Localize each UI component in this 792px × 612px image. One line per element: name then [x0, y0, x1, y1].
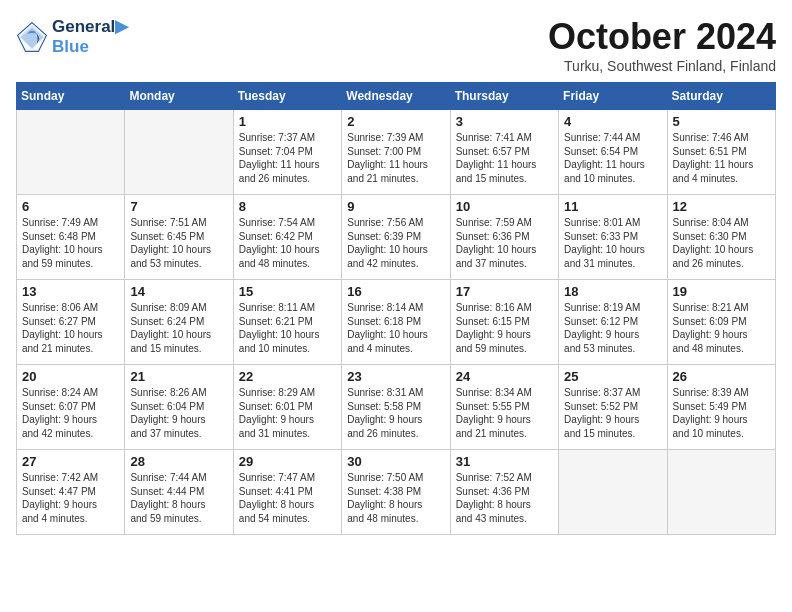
day-number: 3 — [456, 114, 553, 129]
day-content: Sunrise: 7:39 AM Sunset: 7:00 PM Dayligh… — [347, 131, 444, 185]
column-header-friday: Friday — [559, 83, 667, 110]
day-number: 17 — [456, 284, 553, 299]
calendar-cell: 22Sunrise: 8:29 AM Sunset: 6:01 PM Dayli… — [233, 365, 341, 450]
calendar-cell: 11Sunrise: 8:01 AM Sunset: 6:33 PM Dayli… — [559, 195, 667, 280]
day-content: Sunrise: 8:04 AM Sunset: 6:30 PM Dayligh… — [673, 216, 770, 270]
calendar-cell: 8Sunrise: 7:54 AM Sunset: 6:42 PM Daylig… — [233, 195, 341, 280]
logo-icon — [16, 21, 48, 53]
day-content: Sunrise: 7:42 AM Sunset: 4:47 PM Dayligh… — [22, 471, 119, 525]
day-content: Sunrise: 8:31 AM Sunset: 5:58 PM Dayligh… — [347, 386, 444, 440]
day-number: 8 — [239, 199, 336, 214]
month-title: October 2024 — [548, 16, 776, 58]
column-header-sunday: Sunday — [17, 83, 125, 110]
calendar-cell: 24Sunrise: 8:34 AM Sunset: 5:55 PM Dayli… — [450, 365, 558, 450]
calendar-cell: 10Sunrise: 7:59 AM Sunset: 6:36 PM Dayli… — [450, 195, 558, 280]
calendar-cell: 18Sunrise: 8:19 AM Sunset: 6:12 PM Dayli… — [559, 280, 667, 365]
day-content: Sunrise: 7:54 AM Sunset: 6:42 PM Dayligh… — [239, 216, 336, 270]
logo-text: General▶ Blue — [52, 16, 128, 57]
location: Turku, Southwest Finland, Finland — [548, 58, 776, 74]
calendar-cell: 30Sunrise: 7:50 AM Sunset: 4:38 PM Dayli… — [342, 450, 450, 535]
day-content: Sunrise: 7:44 AM Sunset: 6:54 PM Dayligh… — [564, 131, 661, 185]
calendar-cell: 19Sunrise: 8:21 AM Sunset: 6:09 PM Dayli… — [667, 280, 775, 365]
calendar-cell: 27Sunrise: 7:42 AM Sunset: 4:47 PM Dayli… — [17, 450, 125, 535]
calendar-cell: 3Sunrise: 7:41 AM Sunset: 6:57 PM Daylig… — [450, 110, 558, 195]
day-number: 6 — [22, 199, 119, 214]
calendar-cell — [125, 110, 233, 195]
day-content: Sunrise: 7:56 AM Sunset: 6:39 PM Dayligh… — [347, 216, 444, 270]
calendar-header-row: SundayMondayTuesdayWednesdayThursdayFrid… — [17, 83, 776, 110]
calendar-cell: 31Sunrise: 7:52 AM Sunset: 4:36 PM Dayli… — [450, 450, 558, 535]
day-content: Sunrise: 8:14 AM Sunset: 6:18 PM Dayligh… — [347, 301, 444, 355]
logo: General▶ Blue — [16, 16, 128, 57]
calendar-cell — [667, 450, 775, 535]
day-number: 7 — [130, 199, 227, 214]
day-content: Sunrise: 7:50 AM Sunset: 4:38 PM Dayligh… — [347, 471, 444, 525]
day-number: 10 — [456, 199, 553, 214]
calendar-cell: 17Sunrise: 8:16 AM Sunset: 6:15 PM Dayli… — [450, 280, 558, 365]
calendar-cell — [559, 450, 667, 535]
calendar-cell: 4Sunrise: 7:44 AM Sunset: 6:54 PM Daylig… — [559, 110, 667, 195]
column-header-thursday: Thursday — [450, 83, 558, 110]
day-number: 27 — [22, 454, 119, 469]
calendar-cell: 25Sunrise: 8:37 AM Sunset: 5:52 PM Dayli… — [559, 365, 667, 450]
calendar-cell: 21Sunrise: 8:26 AM Sunset: 6:04 PM Dayli… — [125, 365, 233, 450]
calendar-week-2: 6Sunrise: 7:49 AM Sunset: 6:48 PM Daylig… — [17, 195, 776, 280]
title-block: October 2024 Turku, Southwest Finland, F… — [548, 16, 776, 74]
day-content: Sunrise: 7:41 AM Sunset: 6:57 PM Dayligh… — [456, 131, 553, 185]
day-number: 19 — [673, 284, 770, 299]
day-content: Sunrise: 7:49 AM Sunset: 6:48 PM Dayligh… — [22, 216, 119, 270]
column-header-monday: Monday — [125, 83, 233, 110]
day-content: Sunrise: 8:21 AM Sunset: 6:09 PM Dayligh… — [673, 301, 770, 355]
calendar-week-5: 27Sunrise: 7:42 AM Sunset: 4:47 PM Dayli… — [17, 450, 776, 535]
day-number: 20 — [22, 369, 119, 384]
day-content: Sunrise: 7:37 AM Sunset: 7:04 PM Dayligh… — [239, 131, 336, 185]
calendar-cell: 16Sunrise: 8:14 AM Sunset: 6:18 PM Dayli… — [342, 280, 450, 365]
day-content: Sunrise: 7:47 AM Sunset: 4:41 PM Dayligh… — [239, 471, 336, 525]
calendar-cell: 26Sunrise: 8:39 AM Sunset: 5:49 PM Dayli… — [667, 365, 775, 450]
day-number: 28 — [130, 454, 227, 469]
column-header-saturday: Saturday — [667, 83, 775, 110]
day-number: 30 — [347, 454, 444, 469]
calendar-cell — [17, 110, 125, 195]
day-content: Sunrise: 7:51 AM Sunset: 6:45 PM Dayligh… — [130, 216, 227, 270]
day-content: Sunrise: 8:26 AM Sunset: 6:04 PM Dayligh… — [130, 386, 227, 440]
calendar-cell: 28Sunrise: 7:44 AM Sunset: 4:44 PM Dayli… — [125, 450, 233, 535]
day-content: Sunrise: 8:16 AM Sunset: 6:15 PM Dayligh… — [456, 301, 553, 355]
day-content: Sunrise: 8:29 AM Sunset: 6:01 PM Dayligh… — [239, 386, 336, 440]
calendar-cell: 1Sunrise: 7:37 AM Sunset: 7:04 PM Daylig… — [233, 110, 341, 195]
day-number: 5 — [673, 114, 770, 129]
day-content: Sunrise: 8:01 AM Sunset: 6:33 PM Dayligh… — [564, 216, 661, 270]
calendar-cell: 7Sunrise: 7:51 AM Sunset: 6:45 PM Daylig… — [125, 195, 233, 280]
day-number: 1 — [239, 114, 336, 129]
day-number: 15 — [239, 284, 336, 299]
day-number: 23 — [347, 369, 444, 384]
day-content: Sunrise: 8:34 AM Sunset: 5:55 PM Dayligh… — [456, 386, 553, 440]
calendar-table: SundayMondayTuesdayWednesdayThursdayFrid… — [16, 82, 776, 535]
calendar-week-4: 20Sunrise: 8:24 AM Sunset: 6:07 PM Dayli… — [17, 365, 776, 450]
day-number: 26 — [673, 369, 770, 384]
calendar-cell: 20Sunrise: 8:24 AM Sunset: 6:07 PM Dayli… — [17, 365, 125, 450]
day-content: Sunrise: 8:09 AM Sunset: 6:24 PM Dayligh… — [130, 301, 227, 355]
calendar-cell: 12Sunrise: 8:04 AM Sunset: 6:30 PM Dayli… — [667, 195, 775, 280]
calendar-cell: 6Sunrise: 7:49 AM Sunset: 6:48 PM Daylig… — [17, 195, 125, 280]
page-header: General▶ Blue October 2024 Turku, Southw… — [16, 16, 776, 74]
day-content: Sunrise: 7:46 AM Sunset: 6:51 PM Dayligh… — [673, 131, 770, 185]
day-number: 16 — [347, 284, 444, 299]
day-number: 2 — [347, 114, 444, 129]
day-number: 4 — [564, 114, 661, 129]
day-number: 31 — [456, 454, 553, 469]
calendar-cell: 15Sunrise: 8:11 AM Sunset: 6:21 PM Dayli… — [233, 280, 341, 365]
day-content: Sunrise: 8:37 AM Sunset: 5:52 PM Dayligh… — [564, 386, 661, 440]
calendar-week-3: 13Sunrise: 8:06 AM Sunset: 6:27 PM Dayli… — [17, 280, 776, 365]
day-number: 9 — [347, 199, 444, 214]
day-number: 29 — [239, 454, 336, 469]
calendar-cell: 9Sunrise: 7:56 AM Sunset: 6:39 PM Daylig… — [342, 195, 450, 280]
day-number: 13 — [22, 284, 119, 299]
day-content: Sunrise: 8:24 AM Sunset: 6:07 PM Dayligh… — [22, 386, 119, 440]
day-content: Sunrise: 8:19 AM Sunset: 6:12 PM Dayligh… — [564, 301, 661, 355]
day-content: Sunrise: 7:52 AM Sunset: 4:36 PM Dayligh… — [456, 471, 553, 525]
column-header-wednesday: Wednesday — [342, 83, 450, 110]
day-number: 22 — [239, 369, 336, 384]
day-number: 14 — [130, 284, 227, 299]
calendar-cell: 29Sunrise: 7:47 AM Sunset: 4:41 PM Dayli… — [233, 450, 341, 535]
